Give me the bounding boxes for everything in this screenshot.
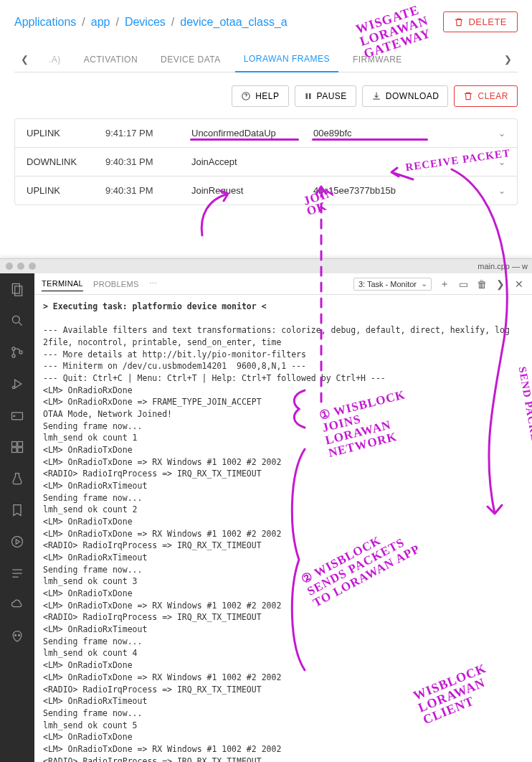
pause-icon	[304, 92, 313, 100]
svg-rect-14	[12, 448, 17, 453]
panel-more-icon[interactable]: ⋯	[149, 279, 157, 288]
frame-type: JoinRequest	[191, 185, 313, 196]
download-button-label: DOWNLOAD	[386, 91, 440, 101]
svg-rect-12	[12, 442, 17, 447]
svg-rect-2	[309, 93, 311, 99]
device-tabs: ❮ .A) ACTIVATION DEVICE DATA LORAWAN FRA…	[14, 47, 518, 72]
frame-direction: UPLINK	[27, 128, 105, 138]
vscode-window: main.cpp — w TERMINAL PROBLEMS ⋯ 3: Task…	[0, 258, 532, 762]
delete-button-label: DELETE	[468, 17, 507, 27]
breadcrumb-link-devices[interactable]: Devices	[125, 16, 166, 29]
frames-table: UPLINK 9:41:17 PM UnconfirmedDataUp 00e8…	[14, 118, 518, 205]
panel-tab-problems[interactable]: PROBLEMS	[93, 277, 139, 291]
svg-point-9	[12, 386, 14, 388]
new-terminal-icon[interactable]: ＋	[439, 278, 450, 291]
split-terminal-icon[interactable]: ▭	[457, 278, 469, 290]
svg-rect-1	[305, 93, 308, 99]
chevron-right-icon[interactable]: ❯	[495, 278, 506, 290]
help-button-label: HELP	[255, 91, 279, 101]
window-filename: main.cpp — w	[478, 262, 528, 271]
tabs-scroll-left[interactable]: ❮	[14, 54, 34, 65]
breadcrumb-separator: /	[82, 16, 85, 29]
breadcrumb-separator: /	[171, 16, 174, 29]
test-icon[interactable]	[9, 470, 26, 487]
panel-tab-terminal[interactable]: TERMINAL	[42, 276, 83, 291]
svg-point-8	[19, 351, 22, 354]
source-control-icon[interactable]	[9, 344, 26, 361]
help-button[interactable]: HELP	[232, 85, 288, 107]
svg-point-18	[19, 634, 20, 636]
breadcrumb: Applications / app / Devices / device_ot…	[14, 16, 288, 29]
svg-rect-15	[18, 448, 23, 453]
breadcrumb-link-device-otaa[interactable]: device_otaa_class_a	[180, 16, 287, 29]
table-row[interactable]: UPLINK 9:40:31 PM JoinRequest 4bc15ee737…	[15, 177, 517, 204]
delete-button[interactable]: DELETE	[443, 11, 518, 32]
clear-button-label: CLEAR	[478, 91, 508, 101]
tab-fragment: .A)	[40, 47, 70, 72]
tabs-scroll-right[interactable]: ❯	[498, 54, 518, 65]
trash-icon	[454, 17, 464, 27]
extensions-icon[interactable]	[9, 438, 26, 456]
window-titlebar: main.cpp — w	[0, 259, 532, 273]
panel-area: TERMINAL PROBLEMS ⋯ 3: Task - Monitor ＋ …	[34, 273, 532, 762]
remote-icon[interactable]	[9, 407, 26, 424]
close-panel-icon[interactable]: ✕	[513, 278, 525, 290]
download-icon	[371, 91, 381, 101]
frames-toolbar: HELP PAUSE DOWNLOAD CLEAR	[14, 85, 518, 107]
clear-button[interactable]: CLEAR	[454, 85, 518, 107]
frame-time: 9:40:31 PM	[105, 156, 191, 167]
tab-firmware[interactable]: FIRMWARE	[344, 47, 411, 72]
tab-activation[interactable]: ACTIVATION	[75, 47, 146, 72]
svg-rect-4	[15, 286, 22, 296]
activity-bar	[0, 273, 34, 762]
search-icon[interactable]	[9, 312, 26, 329]
traffic-light-zoom[interactable]	[29, 263, 36, 270]
panel-tabs: TERMINAL PROBLEMS ⋯ 3: Task - Monitor ＋ …	[34, 273, 532, 295]
svg-point-6	[12, 347, 15, 350]
tab-device-data[interactable]: DEVICE DATA	[152, 47, 229, 72]
platformio-cloud-icon[interactable]	[9, 596, 26, 613]
frame-direction: DOWNLINK	[27, 156, 105, 167]
frame-extra: 4bc15ee7377bb15b	[313, 185, 442, 196]
download-button[interactable]: DOWNLOAD	[362, 85, 449, 107]
pause-button[interactable]: PAUSE	[295, 85, 356, 107]
svg-point-11	[14, 415, 15, 417]
explorer-icon[interactable]	[9, 281, 26, 298]
breadcrumb-row: Applications / app / Devices / device_ot…	[14, 11, 518, 32]
help-icon	[241, 91, 251, 101]
chevron-down-icon[interactable]: ⌄	[484, 157, 505, 167]
pause-button-label: PAUSE	[317, 91, 347, 101]
terminal-output[interactable]: > Executing task: platformio device moni…	[34, 295, 532, 762]
frame-direction: UPLINK	[27, 185, 105, 196]
outline-icon[interactable]	[9, 565, 26, 582]
svg-point-17	[15, 634, 16, 636]
breadcrumb-link-app[interactable]: app	[91, 16, 110, 29]
kill-terminal-icon[interactable]: 🗑	[476, 278, 488, 290]
vscode-body: TERMINAL PROBLEMS ⋯ 3: Task - Monitor ＋ …	[0, 273, 532, 762]
breadcrumb-separator: /	[115, 16, 118, 29]
table-row[interactable]: DOWNLINK 9:40:31 PM JoinAccept ⌄	[15, 148, 517, 177]
svg-rect-13	[18, 442, 23, 447]
breadcrumb-link-applications[interactable]: Applications	[14, 16, 76, 29]
svg-point-7	[12, 354, 15, 357]
svg-point-5	[12, 316, 19, 323]
table-row[interactable]: UPLINK 9:41:17 PM UnconfirmedDataUp 00e8…	[15, 119, 517, 148]
traffic-light-close[interactable]	[6, 263, 13, 270]
lorawan-app-panel: Applications / app / Devices / device_ot…	[0, 0, 532, 205]
svg-point-16	[12, 537, 23, 547]
run-icon[interactable]	[9, 533, 26, 550]
frame-type: JoinAccept	[191, 156, 313, 167]
chevron-down-icon[interactable]: ⌄	[484, 128, 505, 138]
trash-icon	[463, 91, 473, 101]
frame-time: 9:40:31 PM	[105, 185, 191, 196]
platformio-alien-icon[interactable]	[9, 628, 26, 645]
debug-icon[interactable]	[9, 375, 26, 392]
traffic-light-minimize[interactable]	[17, 263, 24, 270]
frame-extra: 00e89bfc	[313, 128, 442, 138]
chevron-down-icon[interactable]: ⌄	[484, 186, 505, 196]
frame-time: 9:41:17 PM	[105, 128, 191, 138]
frame-type: UnconfirmedDataUp	[191, 128, 313, 138]
terminal-task-select[interactable]: 3: Task - Monitor	[353, 278, 432, 291]
bookmark-icon[interactable]	[9, 502, 26, 519]
tab-lorawan-frames[interactable]: LORAWAN FRAMES	[235, 47, 338, 72]
